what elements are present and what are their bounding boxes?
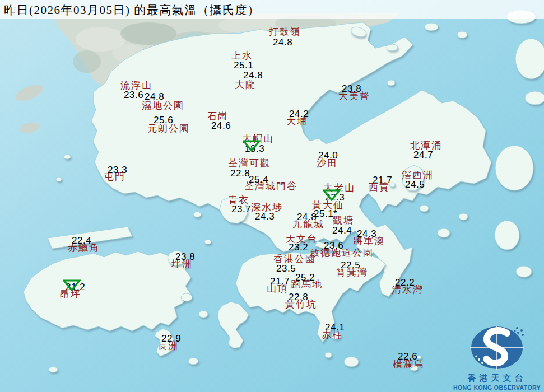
station-value: 24.3 [255, 212, 275, 221]
station-value: 25.4 [249, 175, 268, 184]
station-name: 香港公園 [273, 254, 316, 264]
station-value: 22.5 [341, 260, 360, 270]
hko-logo-text-english: HONG KONG OBSERVATORY [452, 384, 542, 391]
station-value: 22.9 [161, 334, 181, 343]
station-value: 24.2 [289, 109, 309, 119]
record-triangle-icon [63, 279, 81, 291]
hko-emblem-icon [468, 325, 526, 371]
station-value: 24.4 [332, 226, 352, 235]
station-value: 24.3 [357, 229, 376, 239]
station-name: 濕地公園 [142, 101, 184, 110]
hko-logo-text-chinese: 香港天文台 [452, 373, 542, 384]
station-value: 23.6 [124, 90, 143, 100]
station-value: 22.8 [230, 169, 250, 178]
station-value: 21.7 [270, 277, 290, 286]
station-name: 北潭涌 [410, 141, 442, 150]
station-value: 23.6 [324, 241, 343, 250]
station-value: 22.6 [398, 352, 417, 361]
hko-temperature-map-page: 打鼓嶺24.8上水25.1大隴24.8流浮山23.6濕地公園24.8大美督23.… [0, 0, 544, 392]
station-value: 24.5 [405, 180, 425, 189]
station-value: 24.0 [318, 151, 338, 160]
station-value: 24.8 [243, 71, 263, 80]
station-name: 流浮山 [120, 81, 152, 90]
map-title: 昨日(2026年03月05日) 的最高氣溫（攝氏度） [4, 2, 260, 18]
station-name: 荃灣可觀 [228, 158, 271, 168]
station-value: 22.2 [395, 278, 415, 287]
station-value: 23.2 [289, 242, 308, 252]
station-value: 24.8 [145, 92, 164, 101]
station-value: 25.6 [154, 115, 173, 125]
station-name: 上水 [231, 51, 253, 60]
station-value: 24.8 [273, 38, 292, 47]
station-value: 23.5 [276, 264, 296, 273]
station-name: 觀塘 [333, 216, 354, 225]
station-value: 25.2 [295, 273, 315, 282]
station-value: 23.7 [231, 204, 251, 214]
title-bar: 昨日(2026年03月05日) 的最高氣溫（攝氏度） [0, 0, 544, 19]
record-triangle-icon [243, 140, 261, 152]
station-name: 滘西洲 [402, 170, 434, 180]
station-value: 24.1 [325, 323, 345, 332]
station-name: 大隴 [235, 80, 256, 90]
station-value: 23.8 [175, 252, 195, 262]
station-value: 24.8 [297, 212, 317, 222]
station-value: 24.7 [413, 150, 433, 160]
hko-logo: 香港天文台 HONG KONG OBSERVATORY [452, 325, 542, 391]
station-value: 23.3 [108, 165, 127, 175]
station-value: 23.8 [342, 84, 361, 94]
station-value: 21.7 [373, 175, 392, 185]
station-value: 22.4 [72, 236, 91, 245]
station-value: 25.1 [234, 60, 253, 70]
record-triangle-icon [323, 189, 341, 201]
station-name: 打鼓嶺 [269, 27, 301, 36]
station-name: 石崗 [207, 111, 229, 121]
station-value: 24.6 [211, 121, 231, 130]
station-value: 22.8 [289, 292, 308, 302]
